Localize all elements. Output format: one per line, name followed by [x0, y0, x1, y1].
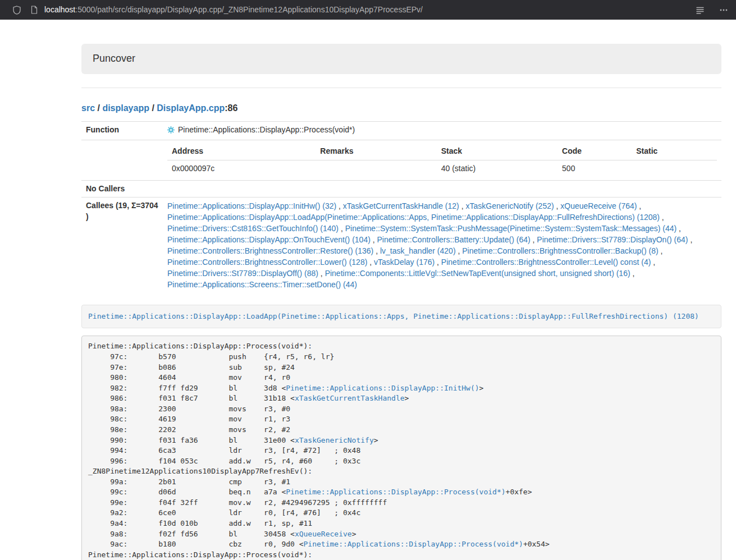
callee-link[interactable]: Pinetime::Drivers::St7789::DisplayOn() (… — [537, 235, 688, 244]
callee-separator: , — [456, 246, 463, 255]
callee-separator: , — [336, 201, 343, 210]
callee-separator: , — [688, 235, 693, 244]
code-symbol-link[interactable]: Pinetime::Applications::DisplayApp::Init… — [286, 384, 479, 392]
code-symbol-link[interactable]: xTaskGenericNotify — [295, 436, 374, 444]
callee-link[interactable]: xQueueReceive (764) — [560, 201, 637, 210]
callee-separator: , — [676, 224, 681, 233]
function-table: Function Pinetime::Applications::Display… — [81, 121, 721, 293]
metrics-row: AddressRemarksStackCodeStatic 0x0000097c… — [81, 140, 721, 180]
disassembly: Pinetime::Applications::DisplayApp::Proc… — [81, 336, 721, 560]
url-host: localhost — [44, 5, 75, 14]
metrics-table: AddressRemarksStackCodeStatic 0x0000097c… — [167, 143, 717, 177]
callee-separator: , — [651, 258, 655, 267]
callee-separator: , — [367, 258, 374, 267]
callee-link[interactable]: Pinetime::Controllers::BrightnessControl… — [462, 246, 658, 255]
breadcrumb-item-displayapp[interactable]: displayapp — [102, 103, 149, 113]
callee-link[interactable]: Pinetime::Applications::DisplayApp::OnTo… — [167, 235, 371, 244]
function-row-label: Function — [81, 121, 163, 140]
metrics-value-stack: 40 (static) — [437, 160, 557, 177]
metrics-value-code: 500 — [557, 160, 632, 177]
callee-link[interactable]: Pinetime::Controllers::Battery::Update()… — [377, 235, 531, 244]
callee-link[interactable]: Pinetime::Components::LittleVgl::SetNewT… — [325, 269, 630, 278]
callee-separator: , — [318, 269, 325, 278]
callee-separator: , — [435, 258, 441, 267]
callee-separator: , — [554, 201, 561, 210]
breadcrumb-item-displayapp.cpp[interactable]: DisplayApp.cpp — [157, 103, 225, 113]
callers-cell — [163, 180, 721, 198]
callee-separator: , — [630, 269, 635, 278]
callee-link[interactable]: Pinetime::Controllers::BrightnessControl… — [441, 258, 651, 267]
metrics-value-remarks — [316, 160, 436, 177]
callee-link[interactable]: Pinetime::Drivers::St7789::DisplayOff() … — [167, 269, 318, 278]
callee-link[interactable]: xTaskGenericNotify (252) — [465, 201, 554, 210]
callee-link[interactable]: Pinetime::Controllers::BrightnessControl… — [167, 258, 367, 267]
selected-callee-link[interactable]: Pinetime::Applications::DisplayApp::Load… — [88, 312, 699, 320]
callee-separator: , — [637, 201, 641, 210]
breadcrumb: src / displayapp / DisplayApp.cpp:86 — [81, 102, 721, 115]
callee-link[interactable]: Pinetime::Applications::Screens::Timer::… — [167, 280, 357, 289]
callee-separator: , — [371, 235, 377, 244]
callee-separator: , — [373, 246, 380, 255]
callee-separator: , — [339, 224, 345, 233]
callee-separator: , — [459, 201, 466, 210]
code-symbol-link[interactable]: Pinetime::Applications::DisplayApp::Proc… — [304, 540, 523, 548]
callee-link[interactable]: Pinetime::Drivers::Cst816S::GetTouchInfo… — [167, 224, 339, 233]
breadcrumb-line-number: :86 — [225, 103, 237, 113]
browser-toolbar: localhost:5000/path/src/displayapp/Displ… — [0, 0, 736, 20]
callee-link[interactable]: xTaskGetCurrentTaskHandle (12) — [343, 201, 459, 210]
reader-view-icon[interactable] — [696, 6, 705, 15]
metrics-header-address: Address — [167, 143, 316, 160]
callee-link[interactable]: lv_task_handler (420) — [380, 246, 456, 255]
url-path: :5000/path/src/displayapp/DisplayApp.cpp… — [75, 5, 423, 14]
callee-link[interactable]: Pinetime::System::SystemTask::PushMessag… — [345, 224, 677, 233]
metrics-header-code: Code — [557, 143, 632, 160]
page-info-icon[interactable] — [30, 6, 39, 15]
no-callers-label: No Callers — [81, 180, 163, 198]
code-symbol-link[interactable]: Pinetime::Applications::DisplayApp::Proc… — [286, 488, 505, 496]
breadcrumb-item-src[interactable]: src — [81, 103, 95, 113]
metrics-value-address: 0x0000097c — [167, 160, 316, 177]
metrics-header-stack: Stack — [437, 143, 557, 160]
more-menu-icon[interactable] — [719, 6, 728, 15]
metrics-header-row: AddressRemarksStackCodeStatic — [167, 143, 717, 160]
function-row: Function Pinetime::Applications::Display… — [81, 121, 721, 140]
callee-link[interactable]: Pinetime::Applications::DisplayApp::Init… — [167, 201, 336, 210]
callers-row: No Callers — [81, 180, 721, 198]
breadcrumb-separator: / — [95, 103, 102, 113]
callees-list: Pinetime::Applications::DisplayApp::Init… — [163, 198, 721, 293]
jumbotron: Puncover — [81, 44, 721, 74]
breadcrumb-separator: / — [149, 103, 157, 113]
selected-callee-box: Pinetime::Applications::DisplayApp::Load… — [81, 305, 721, 328]
url-bar[interactable]: localhost:5000/path/src/displayapp/Displ… — [44, 4, 423, 16]
metrics-row-label — [81, 140, 163, 180]
metrics-value-static — [632, 160, 717, 177]
metrics-header-static: Static — [632, 143, 717, 160]
callee-link[interactable]: Pinetime::Controllers::BrightnessControl… — [167, 246, 373, 255]
code-symbol-link[interactable]: xQueueReceive — [295, 530, 352, 538]
callees-label: Callees (19, Σ=3704 ) — [81, 198, 163, 293]
callee-separator: , — [531, 235, 537, 244]
callee-separator: , — [659, 246, 663, 255]
function-icon — [167, 126, 175, 137]
shield-icon[interactable] — [12, 6, 21, 15]
metrics-data-row: 0x0000097c40 (static)500 — [167, 160, 717, 177]
callee-link[interactable]: vTaskDelay (176) — [374, 258, 435, 267]
callee-link[interactable]: Pinetime::Applications::DisplayApp::Load… — [167, 213, 660, 222]
code-symbol-link[interactable]: xTaskGetCurrentTaskHandle — [295, 394, 405, 402]
function-name: Pinetime::Applications::DisplayApp::Proc… — [178, 125, 355, 134]
callee-separator: , — [660, 213, 664, 222]
callees-row: Callees (19, Σ=3704 ) Pinetime::Applicat… — [81, 198, 721, 293]
metrics-header-remarks: Remarks — [316, 143, 436, 160]
page-title: Puncover — [93, 53, 135, 64]
divider — [81, 88, 721, 88]
page-container: Puncover src / displayapp / DisplayApp.c… — [81, 44, 721, 560]
